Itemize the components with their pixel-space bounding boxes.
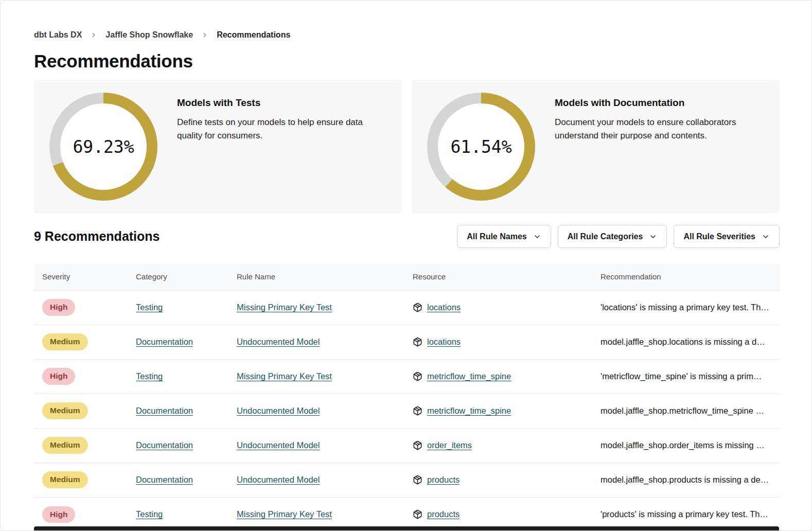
category-link[interactable]: Documentation xyxy=(136,475,193,484)
package-icon xyxy=(413,406,422,416)
package-icon xyxy=(413,440,422,450)
rule-name-link[interactable]: Undocumented Model xyxy=(237,406,320,415)
package-icon xyxy=(413,303,422,312)
package-icon xyxy=(413,475,422,485)
rule-name-link[interactable]: Undocumented Model xyxy=(237,337,320,346)
table-header-row: Severity Category Rule Name Resource Rec… xyxy=(34,263,780,290)
models-with-documentation-card: 61.54% Models with Documentation Documen… xyxy=(412,80,780,214)
chevron-right-icon xyxy=(90,31,97,39)
column-header-severity: Severity xyxy=(34,263,136,290)
recommendation-text: model.jaffle_shop.order_items is missing… xyxy=(601,440,780,450)
rule-names-filter[interactable]: All Rule Names xyxy=(457,225,551,248)
rule-categories-filter[interactable]: All Rule Categories xyxy=(558,225,667,248)
breadcrumb: dbt Labs DX Jaffle Shop Snowflake Recomm… xyxy=(34,30,780,40)
resource-link[interactable]: order_items xyxy=(427,440,472,450)
recommendation-text: model.jaffle_shop.locations is missing a… xyxy=(601,337,780,347)
card-title: Models with Tests xyxy=(177,97,386,109)
models-with-tests-donut: 69.23% xyxy=(49,93,157,201)
table-row: Medium Documentation Undocumented Model … xyxy=(34,463,780,497)
rule-name-link[interactable]: Undocumented Model xyxy=(237,440,320,450)
resource-link[interactable]: products xyxy=(427,509,460,519)
recommendations-table-body: High Testing Missing Primary Key Test lo… xyxy=(34,290,780,531)
breadcrumb-item-account[interactable]: dbt Labs DX xyxy=(34,30,82,40)
filter-label: All Rule Categories xyxy=(568,232,643,241)
table-row: Medium Documentation Undocumented Model … xyxy=(34,428,780,463)
column-header-category: Category xyxy=(136,263,237,290)
models-with-documentation-donut: 61.54% xyxy=(427,93,535,201)
models-with-tests-card: 69.23% Models with Tests Define tests on… xyxy=(34,80,402,214)
chevron-down-icon xyxy=(762,233,770,241)
severity-badge: Medium xyxy=(42,471,88,488)
card-description: Document your models to ensure collabora… xyxy=(555,116,764,143)
page-title: Recommendations xyxy=(34,51,780,72)
table-row: Medium Documentation Undocumented Model … xyxy=(34,394,780,428)
table-row: Medium Documentation Undocumented Model … xyxy=(34,325,780,359)
chevron-right-icon xyxy=(201,31,208,39)
category-link[interactable]: Documentation xyxy=(136,406,193,415)
resource-link[interactable]: products xyxy=(427,475,460,485)
donut-percentage: 61.54% xyxy=(427,93,535,201)
rule-name-link[interactable]: Missing Primary Key Test xyxy=(237,509,332,519)
category-link[interactable]: Documentation xyxy=(136,337,193,346)
recommendation-text: model.jaffle_shop.products is missing a … xyxy=(601,475,780,485)
list-header: 9 Recommendations All Rule Names All Rul… xyxy=(34,225,780,248)
table-row: High Testing Missing Primary Key Test lo… xyxy=(34,290,780,325)
breadcrumb-item-current: Recommendations xyxy=(217,30,290,40)
severity-badge: Medium xyxy=(42,402,88,419)
filter-label: All Rule Severities xyxy=(683,232,755,241)
table-row: High Testing Missing Primary Key Test me… xyxy=(34,359,780,394)
column-header-rule-name: Rule Name xyxy=(237,263,413,290)
category-link[interactable]: Testing xyxy=(136,509,163,519)
resource-link[interactable]: locations xyxy=(427,337,461,347)
severity-badge: High xyxy=(42,299,75,315)
severity-badge: Medium xyxy=(42,333,88,350)
metric-cards: 69.23% Models with Tests Define tests on… xyxy=(34,80,780,214)
rule-name-link[interactable]: Missing Primary Key Test xyxy=(237,303,332,312)
breadcrumb-item-project[interactable]: Jaffle Shop Snowflake xyxy=(105,30,193,40)
donut-percentage: 69.23% xyxy=(49,93,157,201)
rule-name-link[interactable]: Undocumented Model xyxy=(237,475,320,484)
filter-bar: All Rule Names All Rule Categories All R… xyxy=(457,225,780,248)
severity-badge: Medium xyxy=(42,437,88,453)
filter-label: All Rule Names xyxy=(467,232,526,241)
card-title: Models with Documentation xyxy=(555,97,764,109)
column-header-recommendation: Recommendation xyxy=(601,263,780,290)
package-icon xyxy=(413,337,422,347)
package-icon xyxy=(413,371,422,381)
recommendations-count: 9 Recommendations xyxy=(34,229,160,244)
chevron-down-icon xyxy=(533,233,541,241)
rule-severities-filter[interactable]: All Rule Severities xyxy=(674,225,780,248)
column-header-resource: Resource xyxy=(413,263,601,290)
category-link[interactable]: Documentation xyxy=(136,440,193,450)
horizontal-scrollbar[interactable] xyxy=(34,526,779,530)
recommendation-text: 'products' is missing a primary key test… xyxy=(601,509,780,519)
recommendation-text: model.jaffle_shop.metricflow_time_spine … xyxy=(601,406,780,416)
card-description: Define tests on your models to help ensu… xyxy=(177,116,386,143)
rule-name-link[interactable]: Missing Primary Key Test xyxy=(237,371,332,381)
recommendations-table: Severity Category Rule Name Resource Rec… xyxy=(34,263,780,531)
recommendation-text: 'metricflow_time_spine' is missing a pri… xyxy=(601,371,780,381)
chevron-down-icon xyxy=(649,233,657,241)
severity-badge: High xyxy=(42,368,75,384)
resource-link[interactable]: metricflow_time_spine xyxy=(427,371,511,381)
resource-link[interactable]: locations xyxy=(427,303,461,312)
recommendations-page: dbt Labs DX Jaffle Shop Snowflake Recomm… xyxy=(0,0,812,531)
recommendation-text: 'locations' is missing a primary key tes… xyxy=(601,303,780,312)
category-link[interactable]: Testing xyxy=(136,371,163,381)
category-link[interactable]: Testing xyxy=(136,303,163,312)
severity-badge: High xyxy=(42,506,75,523)
resource-link[interactable]: metricflow_time_spine xyxy=(427,406,511,416)
package-icon xyxy=(413,509,422,519)
